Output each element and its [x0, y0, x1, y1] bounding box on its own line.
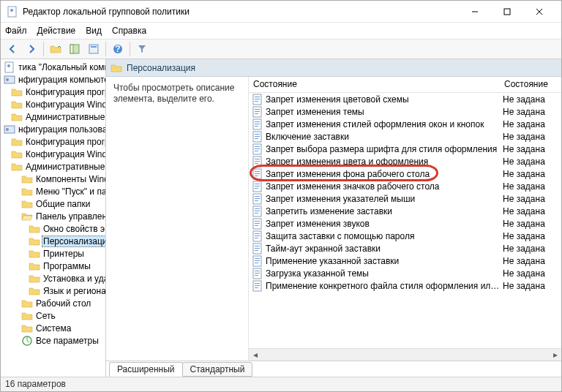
tree-item[interactable]: тика "Локальный компьюте [1, 61, 105, 73]
show-hide-tree-button[interactable] [66, 40, 83, 58]
column-state[interactable]: Состояние [500, 77, 561, 92]
policy-state: Не задана [503, 144, 561, 154]
tab-extended[interactable]: Расширенный [109, 362, 183, 377]
policy-row[interactable]: Запрет изменения цветовой схемыНе задана [249, 93, 561, 105]
tab-standard[interactable]: Стандартный [182, 362, 253, 377]
forward-button[interactable] [23, 40, 40, 58]
scrollbar-horizontal[interactable]: ◂ ▸ [249, 348, 561, 361]
policy-row[interactable]: Запрет изменения темыНе задана [249, 105, 561, 118]
tree-item[interactable]: Компоненты Windows [1, 173, 105, 185]
policy-row[interactable]: Запретить изменение заставкиНе задана [249, 205, 561, 217]
tree-item[interactable]: нфигурация компьютера [1, 73, 105, 86]
back-button[interactable] [4, 40, 21, 58]
policy-state: Не задана [503, 194, 561, 204]
policy-icon [252, 94, 263, 105]
tree-item[interactable]: Меню "Пуск" и панель [1, 185, 105, 197]
folder-icon [21, 310, 33, 322]
tree-item-label: Административные шабло [24, 112, 106, 122]
policy-icon [252, 118, 263, 130]
policy-row[interactable]: Запрет изменения цвета и оформленияНе за… [249, 155, 561, 167]
tree-item[interactable]: Сеть [1, 309, 105, 322]
close-button[interactable] [523, 1, 555, 22]
policy-name: Запрет выбора размера шрифта для стиля о… [266, 144, 503, 154]
maximize-button[interactable] [491, 1, 523, 22]
tree-item[interactable]: Программы [1, 260, 105, 272]
tree-item[interactable]: Установка и удален [1, 272, 105, 284]
scroll-track[interactable] [261, 349, 549, 361]
tree-pane[interactable]: тика "Локальный компьютенфигурация компь… [1, 59, 106, 377]
policy-name: Применение конкретного файла стиля оформ… [266, 281, 503, 291]
tree-item[interactable]: Окно свойств экран [1, 222, 105, 235]
tree-item[interactable]: Персонализация [1, 235, 105, 247]
properties-button[interactable] [85, 40, 102, 58]
policy-row[interactable]: Защита заставки с помощью пароляНе задан… [249, 230, 561, 242]
tree-item[interactable]: Все параметры [1, 334, 105, 347]
column-name[interactable]: Состояние [249, 77, 500, 92]
scroll-left-button[interactable]: ◂ [249, 349, 261, 361]
scroll-right-button[interactable]: ▸ [549, 349, 561, 361]
tree-item[interactable]: Общие папки [1, 197, 105, 210]
policy-icon [252, 218, 263, 230]
menu-file[interactable]: Файл [5, 26, 27, 36]
tree-item[interactable]: Конфигурация Windows [1, 98, 105, 110]
policy-row[interactable]: Запрет изменения звуковНе задана [249, 217, 561, 230]
all-icon [21, 335, 33, 347]
tree-item[interactable]: Панель управления [1, 210, 105, 222]
tree-item-label: Конфигурация программ [24, 137, 106, 147]
tree-item-label: тика "Локальный компьюте [17, 62, 106, 72]
tree-item[interactable]: Административные шабло [1, 160, 105, 173]
policy-state: Не задана [503, 244, 561, 254]
policy-row[interactable]: Запрет изменения значков рабочего столаН… [249, 180, 561, 192]
policy-name: Запрет изменения цвета и оформления [266, 157, 503, 167]
policy-list[interactable]: Запрет изменения цветовой схемыНе задана… [249, 93, 561, 348]
policy-name: Тайм-аут экранной заставки [266, 244, 503, 254]
tree-item-label: Рабочий стол [34, 298, 92, 309]
up-button[interactable] [47, 40, 64, 58]
tree-item-label: Язык и региональн [42, 286, 106, 296]
menu-help[interactable]: Справка [112, 26, 146, 36]
policy-row[interactable]: Загрузка указанной темыНе задана [249, 267, 561, 279]
tree-item-label: Окно свойств экран [42, 224, 106, 234]
policy-icon [252, 230, 263, 242]
svg-text:?: ? [115, 44, 120, 54]
tree-item[interactable]: Система [1, 322, 105, 334]
tree-item[interactable]: Рабочий стол [1, 297, 105, 309]
tree-item[interactable]: Административные шабло [1, 110, 105, 123]
tree-item[interactable]: Конфигурация Windows [1, 148, 105, 160]
svg-rect-12 [89, 45, 98, 53]
folder-icon [29, 235, 40, 247]
folder-icon [110, 62, 122, 74]
tree-item-label: Меню "Пуск" и панель [34, 186, 106, 197]
menu-view[interactable]: Вид [86, 26, 102, 36]
policy-icon [252, 280, 263, 292]
minimize-button[interactable] [459, 1, 491, 22]
folder-icon [11, 86, 23, 98]
tree-item[interactable]: Конфигурация программ [1, 86, 105, 98]
toolbar: ? [1, 39, 561, 59]
policy-row[interactable]: Запрет изменения фона рабочего столаНе з… [249, 167, 561, 180]
tree-item[interactable]: Язык и региональн [1, 284, 105, 297]
svg-rect-13 [91, 46, 97, 48]
policy-row[interactable]: Запрет изменения стилей оформления окон … [249, 118, 561, 130]
policy-row[interactable]: Применение указанной заставкиНе задана [249, 255, 561, 267]
window-title: Редактор локальной групповой политики [23, 7, 459, 17]
folder-icon [29, 223, 40, 235]
tree-item[interactable]: Конфигурация программ [1, 135, 105, 148]
policy-row[interactable]: Запрет изменения указателей мышиНе задан… [249, 192, 561, 205]
policy-row[interactable]: Применение конкретного файла стиля оформ… [249, 279, 561, 292]
tree-item-label: Конфигурация Windows [24, 149, 106, 159]
tree-item-label: Конфигурация Windows [24, 99, 106, 110]
filter-button[interactable] [133, 40, 151, 58]
tree-item[interactable]: нфигурация пользователя [1, 123, 105, 135]
description-pane: Чтобы просмотреть описание элемента, выд… [106, 77, 248, 361]
statusbar: 16 параметров [1, 377, 561, 391]
menu-action[interactable]: Действие [37, 26, 76, 36]
policy-row[interactable]: Запрет выбора размера шрифта для стиля о… [249, 143, 561, 155]
policy-row[interactable]: Включение заставкиНе задана [249, 130, 561, 143]
help-button[interactable]: ? [109, 40, 127, 58]
right-pane: Персонализация Чтобы просмотреть описани… [106, 59, 561, 377]
policy-state: Не задана [503, 206, 561, 216]
policy-row[interactable]: Тайм-аут экранной заставкиНе задана [249, 242, 561, 255]
toolbar-separator [105, 42, 106, 56]
tree-item[interactable]: Принтеры [1, 247, 105, 260]
